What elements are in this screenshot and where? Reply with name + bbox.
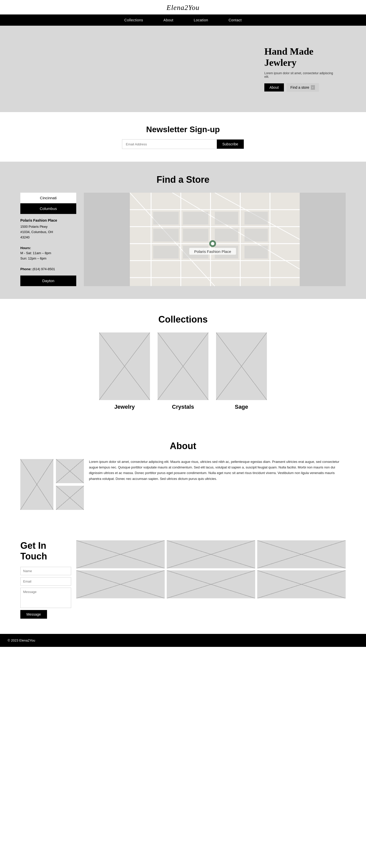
contact-form: Message bbox=[20, 567, 71, 619]
site-footer: © 2023 Elena2You bbox=[0, 634, 366, 647]
svg-rect-25 bbox=[245, 246, 268, 258]
contact-message-input[interactable] bbox=[20, 588, 71, 608]
contact-img-5 bbox=[167, 570, 255, 598]
map-container: Polaris Fashion Place bbox=[84, 193, 346, 286]
about-heading: About bbox=[20, 441, 346, 452]
collection-item-crystals[interactable]: Crystals bbox=[158, 333, 208, 410]
newsletter-section: Newsletter Sign-up Subscribe bbox=[0, 112, 366, 162]
collections-heading: Collections bbox=[20, 314, 346, 325]
collections-grid: Jewelry Crystals Sage bbox=[20, 333, 346, 410]
store-layout: Cincinnati Columbus Polaris Fashion Plac… bbox=[20, 193, 346, 286]
svg-point-27 bbox=[211, 242, 214, 245]
store-hours-label: Hours: bbox=[20, 246, 76, 251]
about-img-top-right bbox=[56, 459, 84, 483]
about-layout: Lorem ipsum dolor sit amet, consectetur … bbox=[20, 459, 346, 510]
store-list: Cincinnati Columbus Polaris Fashion Plac… bbox=[20, 193, 76, 286]
about-img-large bbox=[20, 459, 53, 510]
site-header: Elena2You bbox=[0, 0, 366, 14]
contact-img-2 bbox=[167, 540, 255, 568]
contact-form-area: Get In Touch Message bbox=[20, 540, 71, 619]
nav-collections[interactable]: Collections bbox=[124, 18, 143, 22]
contact-img-6 bbox=[257, 570, 346, 598]
collection-name-sage: Sage bbox=[216, 404, 267, 410]
svg-rect-18 bbox=[215, 212, 238, 224]
svg-rect-19 bbox=[245, 212, 268, 224]
contact-name-input[interactable] bbox=[20, 567, 71, 575]
about-button[interactable]: About bbox=[264, 83, 284, 92]
contact-img-4 bbox=[76, 570, 165, 598]
svg-rect-15 bbox=[183, 212, 208, 224]
about-img-col-right bbox=[56, 459, 84, 510]
store-phone: Phone: (614) 974-8501 bbox=[20, 267, 76, 272]
store-hours-weekend: Sun: 12pm – 6pm bbox=[20, 256, 76, 261]
main-nav: Collections About Location Contact bbox=[0, 14, 366, 26]
contact-section: Get In Touch Message bbox=[0, 525, 366, 634]
nav-about[interactable]: About bbox=[163, 18, 173, 22]
store-name: Polaris Fashion Place bbox=[20, 218, 76, 223]
svg-rect-20 bbox=[215, 229, 238, 242]
hero-content: Hand Made Jewlery Lorem ipsum dolor sit … bbox=[264, 46, 336, 92]
contact-img-1 bbox=[76, 540, 165, 568]
store-phone-number: (614) 974-8501 bbox=[33, 267, 55, 271]
svg-rect-22 bbox=[153, 246, 179, 258]
hero-section: Hand Made Jewlery Lorem ipsum dolor sit … bbox=[0, 26, 366, 112]
contact-email-input[interactable] bbox=[20, 577, 71, 586]
hero-title: Hand Made Jewlery bbox=[264, 46, 336, 68]
map-svg: Polaris Fashion Place bbox=[84, 193, 346, 286]
store-tab-dayton[interactable]: Dayton bbox=[20, 276, 76, 286]
find-store-arrow-icon: › bbox=[311, 85, 315, 90]
about-images bbox=[20, 459, 84, 510]
find-store-label: Find a store bbox=[291, 85, 309, 90]
svg-rect-17 bbox=[183, 229, 208, 242]
footer-text: © 2023 Elena2You bbox=[8, 639, 35, 642]
store-tab-columbus[interactable]: Columbus bbox=[20, 203, 76, 214]
store-tab-cincinnati[interactable]: Cincinnati bbox=[20, 193, 76, 203]
contact-message-button[interactable]: Message bbox=[20, 610, 47, 619]
collection-item-jewelry[interactable]: Jewelry bbox=[99, 333, 150, 410]
about-img-bottom-right bbox=[56, 486, 84, 510]
about-img-col-left bbox=[20, 459, 53, 510]
hero-description: Lorem ipsum dolor sit amet, consectetur … bbox=[264, 71, 336, 79]
collection-img-crystals bbox=[158, 333, 208, 400]
svg-rect-21 bbox=[245, 229, 268, 242]
contact-layout: Get In Touch Message bbox=[20, 540, 346, 619]
hero-buttons: About Find a store › bbox=[264, 83, 336, 92]
subscribe-button[interactable]: Subscribe bbox=[217, 140, 244, 149]
collection-name-crystals: Crystals bbox=[158, 404, 208, 410]
nav-location[interactable]: Location bbox=[194, 18, 208, 22]
collection-name-jewelry: Jewelry bbox=[99, 404, 150, 410]
site-logo: Elena2You bbox=[0, 4, 366, 12]
store-hours-weekday: M - Sat: 11am – 8pm bbox=[20, 251, 76, 256]
about-text: Lorem ipsum dolor sit amet, consectetur … bbox=[89, 459, 346, 482]
collection-img-sage bbox=[216, 333, 267, 400]
store-address-3: 43240 bbox=[20, 235, 76, 240]
svg-text:Polaris Fashion Place: Polaris Fashion Place bbox=[194, 249, 231, 254]
nav-contact[interactable]: Contact bbox=[228, 18, 242, 22]
store-address-1: 1500 Polaris Pkwy bbox=[20, 224, 76, 229]
find-store-section: Find a Store Cincinnati Columbus Polaris… bbox=[0, 162, 366, 299]
newsletter-form: Subscribe bbox=[122, 139, 244, 149]
collection-item-sage[interactable]: Sage bbox=[216, 333, 267, 410]
store-info: Polaris Fashion Place 1500 Polaris Pkwy … bbox=[20, 214, 76, 276]
contact-images bbox=[76, 540, 346, 598]
about-section: About Lorem ipsum dolor sit amet, consec… bbox=[0, 426, 366, 525]
collections-section: Collections Jewelry Crystals Sage bbox=[0, 299, 366, 426]
svg-rect-16 bbox=[153, 229, 179, 242]
email-input[interactable] bbox=[122, 140, 217, 149]
svg-rect-14 bbox=[153, 212, 179, 224]
find-store-button[interactable]: Find a store › bbox=[286, 83, 319, 92]
newsletter-heading: Newsletter Sign-up bbox=[5, 125, 361, 134]
find-store-heading: Find a Store bbox=[20, 174, 346, 185]
collection-img-jewelry bbox=[99, 333, 150, 400]
contact-img-3 bbox=[257, 540, 346, 568]
contact-heading: Get In Touch bbox=[20, 540, 71, 562]
store-address-2: #1034, Columbus, OH bbox=[20, 229, 76, 235]
